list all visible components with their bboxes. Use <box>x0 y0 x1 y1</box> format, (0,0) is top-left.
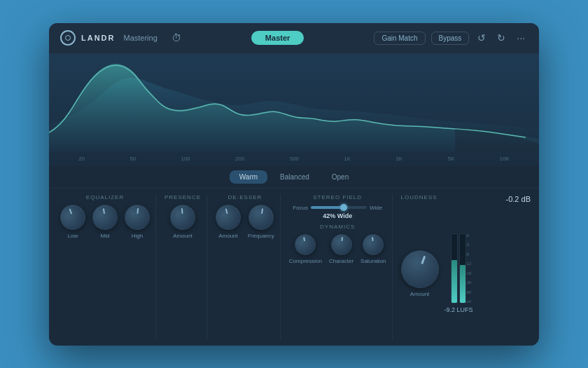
stereo-slider[interactable] <box>311 206 367 209</box>
redo-button[interactable]: ↻ <box>494 31 508 45</box>
de-freq-group: Frequancy <box>248 205 274 239</box>
loudness-content: Amount -6 <box>401 207 531 340</box>
de-freq-label: Frequancy <box>248 233 274 239</box>
slider-fill <box>311 206 342 209</box>
freq-50: 50 <box>130 156 136 162</box>
style-warm[interactable]: Warm <box>230 170 267 184</box>
controls-area: EQUALIZER Low Mid High PRESENCE <box>49 189 539 346</box>
deesser-knobs: Amount Frequancy <box>216 205 274 239</box>
loudness-knob-wrap: Amount <box>401 250 439 297</box>
logo-icon <box>60 30 76 46</box>
vu-label-8: -8 <box>465 252 472 257</box>
style-open[interactable]: Open <box>322 170 358 184</box>
loudness-section: LOUDNESS -0.2 dB Amount <box>396 194 531 340</box>
plugin-window: LANDR Mastering ⏱ Master Gain Match Bypa… <box>49 23 539 346</box>
eq-knobs: Low Mid High <box>60 205 150 239</box>
waveform-svg <box>49 54 539 166</box>
vu-fill-1 <box>451 260 457 303</box>
focus-label: Focus <box>293 205 308 211</box>
dynamics-label: DYNAMICS <box>320 224 355 230</box>
deesser-section: DE-ESSER Amount Frequancy <box>210 194 281 340</box>
loudness-db: -0.2 dB <box>506 195 531 203</box>
loudness-top: LOUDNESS -0.2 dB <box>401 194 531 205</box>
waveform-area: 20 50 100 200 500 1K 2K 5K 10K <box>49 54 539 166</box>
header-right: Gain Match Bypass ↺ ↻ ··· <box>374 31 528 45</box>
de-amount-label: Amount <box>218 233 238 239</box>
dynamics-knobs: Compression Character Saturation <box>289 234 386 264</box>
de-amount-group: Amount <box>216 205 241 239</box>
stereo-section: STEREO FIELD Focus Wide 42% Wide <box>289 194 386 219</box>
freq-2k: 2K <box>396 156 402 162</box>
style-bar: Warm Balanced Open <box>49 166 539 189</box>
vu-label-3: -3 <box>465 243 472 247</box>
vu-label-12: -12 <box>465 261 472 266</box>
freq-5k: 5K <box>447 156 454 162</box>
presence-knobs: Amount <box>170 205 195 239</box>
loudness-label: LOUDNESS <box>401 194 438 200</box>
equalizer-section: EQUALIZER Low Mid High <box>57 194 156 340</box>
vu-label-6: -6 <box>465 233 472 238</box>
dynamics-section: DYNAMICS Compression Character Saturatio… <box>289 224 386 264</box>
logo-group: LANDR Mastering ⏱ <box>60 30 181 46</box>
de-amount-knob[interactable] <box>213 201 244 232</box>
eq-low-group: Low <box>60 205 85 239</box>
pres-amount-label: Amount <box>173 233 192 239</box>
master-button[interactable]: Master <box>251 31 304 45</box>
vu-meter-wrap: -6 -3 -8 -12 -18 -30 -60 -inf -9.2 LUFS <box>444 233 473 313</box>
dyn-comp-group: Compression <box>289 234 322 264</box>
stereo-value: 42% Wide <box>323 212 352 219</box>
stereo-dynamics-col: STEREO FIELD Focus Wide 42% Wide DYNAMIC… <box>284 194 393 340</box>
loudness-knob[interactable] <box>396 245 444 293</box>
wide-label: Wide <box>370 205 382 211</box>
history-icon[interactable]: ⏱ <box>172 32 181 43</box>
eq-mid-label: Mid <box>101 233 110 239</box>
vu-label-18: -18 <box>465 271 472 275</box>
mastering-label: Mastering <box>124 34 158 42</box>
de-freq-knob[interactable] <box>246 203 276 232</box>
vu-label-inf: -inf <box>465 299 472 304</box>
header-center: Master <box>181 31 374 45</box>
style-balanced[interactable]: Balanced <box>270 170 319 184</box>
deesser-label: DE-ESSER <box>227 194 262 200</box>
dyn-sat-group: Saturation <box>360 234 386 264</box>
undo-button[interactable]: ↺ <box>475 31 489 45</box>
presence-label: PRESENCE <box>164 194 201 200</box>
more-button[interactable]: ··· <box>514 31 528 45</box>
dyn-char-label: Character <box>329 258 354 264</box>
dyn-comp-knob[interactable] <box>293 232 318 257</box>
eq-low-knob[interactable] <box>57 200 89 233</box>
eq-high-label: High <box>132 233 143 239</box>
slider-thumb <box>340 204 347 211</box>
loudness-amount-label: Amount <box>410 291 430 297</box>
dyn-sat-label: Saturation <box>360 258 386 264</box>
eq-mid-group: Mid <box>92 205 118 239</box>
freq-10k: 10K <box>500 156 510 162</box>
bypass-button[interactable]: Bypass <box>431 32 470 45</box>
freq-1k: 1K <box>344 156 351 162</box>
dyn-comp-label: Compression <box>289 258 322 264</box>
freq-20: 20 <box>78 156 85 162</box>
gain-match-button[interactable]: Gain Match <box>374 32 425 45</box>
logo-text: LANDR <box>81 34 115 42</box>
eq-high-knob[interactable] <box>123 203 150 231</box>
logo-inner <box>65 35 71 41</box>
freq-100: 100 <box>181 156 190 162</box>
vu-meter-1 <box>451 233 458 304</box>
eq-low-label: Low <box>68 233 78 239</box>
eq-mid-knob[interactable] <box>90 203 120 232</box>
eq-high-group: High <box>125 205 150 239</box>
pres-amount-group: Amount <box>170 205 195 239</box>
dyn-sat-knob[interactable] <box>362 233 385 256</box>
dyn-char-knob[interactable] <box>330 233 353 256</box>
vu-meters <box>451 233 466 304</box>
vu-scale: -6 -3 -8 -12 -18 -30 -60 -inf <box>465 233 472 304</box>
header: LANDR Mastering ⏱ Master Gain Match Bypa… <box>49 23 539 54</box>
dyn-char-group: Character <box>329 234 354 264</box>
freq-200: 200 <box>235 156 244 162</box>
slider-container: Focus Wide <box>293 205 382 211</box>
equalizer-label: EQUALIZER <box>86 194 124 200</box>
vu-label-60: -60 <box>465 290 472 294</box>
stereo-label: STEREO FIELD <box>313 194 362 200</box>
vu-label-30: -30 <box>465 280 472 285</box>
pres-amount-knob[interactable] <box>169 203 196 231</box>
